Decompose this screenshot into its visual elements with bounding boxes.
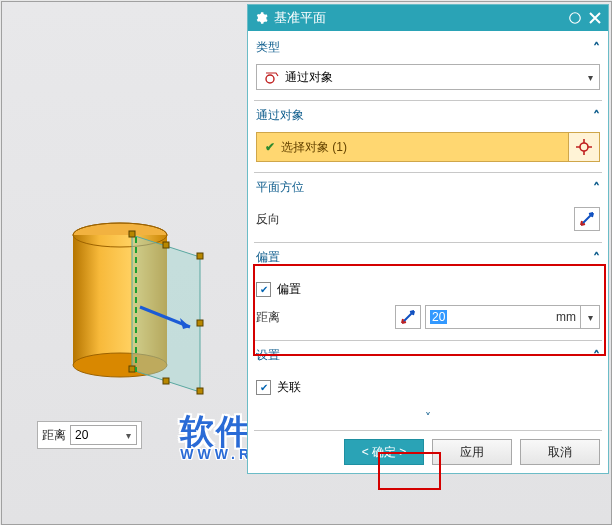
svg-rect-6	[197, 253, 203, 259]
section-plane-orient: 平面方位 ˄ 反向	[254, 175, 602, 243]
chevron-down-icon[interactable]: ▾	[580, 306, 599, 328]
distance-input[interactable]: 20 mm ▾	[425, 305, 600, 329]
section-settings-header[interactable]: 设置 ˄	[254, 343, 602, 366]
distance-row: 距离 20 mm ▾	[256, 304, 600, 330]
assoc-label: 关联	[277, 379, 301, 396]
chevron-up-icon: ˄	[593, 348, 600, 364]
viewport: 距离 20 ▾ 软件自学网 WWW.RJZXW.COM 基准平面	[1, 1, 612, 525]
reverse-distance-button[interactable]	[395, 305, 421, 329]
reverse-row: 反向	[256, 206, 600, 232]
select-object-button[interactable]: ✔ 选择对象 (1)	[257, 133, 569, 161]
distance-label: 距离	[256, 309, 344, 326]
swap-arrows-icon	[400, 309, 416, 325]
float-distance-value: 20	[75, 428, 88, 442]
chevron-up-icon: ˄	[593, 180, 600, 196]
float-distance-label: 距离	[42, 427, 66, 444]
float-distance-box: 距离 20 ▾	[37, 421, 142, 449]
cancel-button[interactable]: 取消	[520, 439, 600, 465]
section-settings: 设置 ˄ ✔ 关联	[254, 343, 602, 408]
type-combo[interactable]: 通过对象 ▾	[256, 64, 600, 90]
swap-arrows-icon	[579, 211, 595, 227]
chevron-up-icon: ˄	[593, 250, 600, 266]
section-plane-orient-header[interactable]: 平面方位 ˄	[254, 175, 602, 198]
section-type: 类型 ˄ 通过对象 ▾	[254, 35, 602, 101]
chevron-up-icon: ˄	[593, 40, 600, 56]
section-offset-header[interactable]: 偏置 ˄	[254, 245, 602, 268]
section-type-header-label: 类型	[256, 39, 280, 56]
assoc-row: ✔ 关联	[256, 374, 600, 400]
section-plane-orient-header-label: 平面方位	[256, 179, 304, 196]
dialog-body: 类型 ˄ 通过对象 ▾	[248, 31, 608, 473]
assoc-checkbox[interactable]: ✔	[256, 380, 271, 395]
svg-rect-7	[197, 388, 203, 394]
datum-plane-dialog: 基准平面 类型 ˄	[247, 4, 609, 474]
select-type-button[interactable]	[569, 133, 599, 161]
section-type-header[interactable]: 类型 ˄	[254, 35, 602, 58]
svg-rect-8	[129, 366, 135, 372]
svg-point-16	[266, 75, 274, 83]
target-icon	[576, 139, 592, 155]
reverse-button[interactable]	[574, 207, 600, 231]
distance-value[interactable]: 20	[426, 310, 534, 324]
svg-rect-5	[129, 231, 135, 237]
select-object-row: ✔ 选择对象 (1)	[256, 132, 600, 162]
check-icon: ✔	[265, 140, 275, 154]
svg-rect-9	[197, 320, 203, 326]
float-distance-combo[interactable]: 20 ▾	[70, 425, 137, 445]
3d-canvas[interactable]	[62, 217, 262, 417]
ok-button[interactable]: < 确定 >	[344, 439, 424, 465]
svg-rect-10	[163, 242, 169, 248]
section-through-object: 通过对象 ˄ ✔ 选择对象 (1)	[254, 103, 602, 173]
gear-icon[interactable]	[254, 11, 268, 25]
offset-checkbox-row: ✔ 偏置	[256, 276, 600, 302]
offset-checkbox[interactable]: ✔	[256, 282, 271, 297]
dialog-titlebar[interactable]: 基准平面	[248, 5, 608, 31]
svg-point-15	[570, 13, 581, 24]
dialog-title: 基准平面	[274, 9, 326, 27]
offset-checkbox-label: 偏置	[277, 281, 301, 298]
chevron-down-icon: ˅	[425, 411, 431, 425]
type-combo-value: 通过对象	[285, 69, 333, 86]
section-offset-header-label: 偏置	[256, 249, 280, 266]
expand-more-button[interactable]: ˅	[254, 408, 602, 428]
svg-rect-11	[163, 378, 169, 384]
chevron-down-icon: ▾	[122, 430, 134, 441]
section-through-object-header-label: 通过对象	[256, 107, 304, 124]
section-offset: 偏置 ˄ ✔ 偏置 距离	[254, 245, 602, 341]
dialog-button-row: < 确定 > 应用 取消	[254, 437, 602, 467]
select-object-label: 选择对象 (1)	[281, 139, 347, 156]
close-icon[interactable]	[586, 9, 604, 27]
section-settings-header-label: 设置	[256, 347, 280, 364]
through-object-icon	[263, 69, 279, 85]
chevron-down-icon: ▾	[588, 72, 593, 83]
apply-button[interactable]: 应用	[432, 439, 512, 465]
reverse-label: 反向	[256, 211, 344, 228]
chevron-up-icon: ˄	[593, 108, 600, 124]
svg-marker-4	[132, 235, 200, 392]
section-through-object-header[interactable]: 通过对象 ˄	[254, 103, 602, 126]
svg-point-17	[580, 143, 588, 151]
distance-unit: mm	[534, 310, 580, 324]
help-icon[interactable]	[566, 9, 584, 27]
